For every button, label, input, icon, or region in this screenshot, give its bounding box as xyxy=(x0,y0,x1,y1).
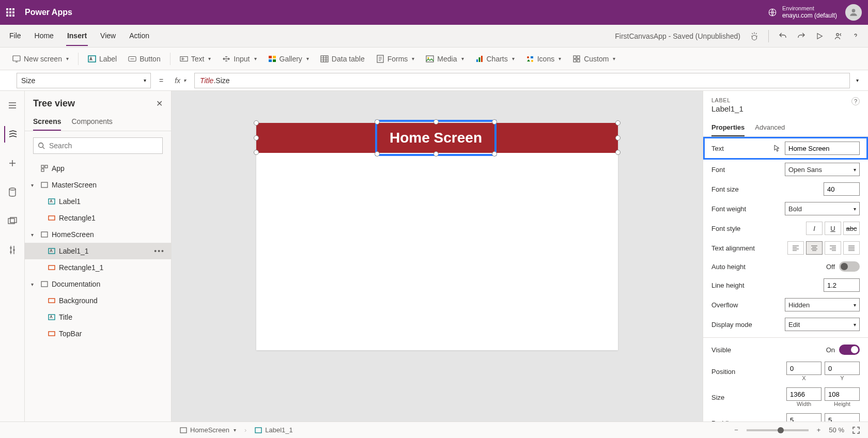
lineheight-input[interactable] xyxy=(824,278,860,292)
menu-file[interactable]: File xyxy=(8,26,22,46)
resize-handle[interactable] xyxy=(254,135,259,140)
property-selector[interactable]: Size ▾ xyxy=(17,73,151,88)
fontsize-input[interactable] xyxy=(824,182,860,196)
label-button[interactable]: Label xyxy=(84,52,121,66)
resize-handle[interactable] xyxy=(615,150,621,155)
tree-item-label1-1[interactable]: Label1_1 ••• xyxy=(25,243,171,259)
share-icon[interactable] xyxy=(833,32,842,41)
padding-top-input[interactable] xyxy=(786,413,822,421)
tree-item-masterscreen[interactable]: ▾ MasterScreen xyxy=(25,177,171,193)
tree-item-label1[interactable]: Label1 xyxy=(25,193,171,210)
tab-components[interactable]: Components xyxy=(71,113,112,131)
app-checker-icon[interactable] xyxy=(750,32,759,41)
insert-icon[interactable] xyxy=(4,155,21,171)
hamburger-icon[interactable] xyxy=(4,97,21,114)
menu-home[interactable]: Home xyxy=(34,26,55,46)
tab-properties[interactable]: Properties xyxy=(711,119,745,136)
autoheight-toggle[interactable] xyxy=(839,261,860,272)
canvas-area[interactable]: Home Screen xyxy=(172,91,703,421)
tree-view-icon[interactable] xyxy=(4,126,21,143)
breadcrumb-screen[interactable]: HomeScreen ▾ xyxy=(180,426,236,434)
fontweight-select[interactable]: Bold▾ xyxy=(785,202,860,215)
charts-button[interactable]: Charts▾ xyxy=(471,52,519,66)
tree-item-homescreen[interactable]: ▾ HomeScreen xyxy=(25,226,171,243)
resize-handle[interactable] xyxy=(375,119,380,124)
overflow-select[interactable]: Hidden▾ xyxy=(785,298,860,311)
fullscreen-icon[interactable] xyxy=(853,427,860,434)
canvas-screen[interactable]: Home Screen xyxy=(256,123,618,350)
font-select[interactable]: Open Sans▾ xyxy=(785,163,860,176)
zoom-in-button[interactable]: + xyxy=(817,426,821,434)
input-button[interactable]: Input▾ xyxy=(218,52,260,66)
chevron-down-icon[interactable]: ▾ xyxy=(31,281,37,287)
icons-button[interactable]: Icons▾ xyxy=(522,52,565,66)
padding-bottom-input[interactable] xyxy=(825,413,860,421)
underline-button[interactable]: U xyxy=(825,222,841,235)
strikethrough-button[interactable]: abc xyxy=(843,222,860,235)
canvas-selected-label[interactable]: Home Screen xyxy=(375,120,497,156)
breadcrumb-selected[interactable]: Label1_1 xyxy=(255,426,293,434)
chevron-down-icon[interactable]: ▾ xyxy=(31,232,37,238)
tree-item-rectangle1[interactable]: Rectangle1 xyxy=(25,210,171,226)
tree-item-documentation[interactable]: ▾ Documentation xyxy=(25,276,171,292)
tree-search[interactable] xyxy=(33,137,163,154)
width-input[interactable] xyxy=(786,387,822,401)
formula-expand-icon[interactable]: ▾ xyxy=(856,77,859,83)
menu-action[interactable]: Action xyxy=(128,26,150,46)
redo-icon[interactable] xyxy=(797,32,806,41)
resize-handle[interactable] xyxy=(433,151,439,157)
waffle-icon[interactable] xyxy=(6,8,14,17)
media-button[interactable]: Media▾ xyxy=(422,52,468,66)
align-center-button[interactable] xyxy=(806,241,823,255)
italic-button[interactable]: I xyxy=(806,222,823,235)
resize-handle[interactable] xyxy=(433,119,439,124)
resize-handle[interactable] xyxy=(254,150,259,155)
visible-toggle[interactable] xyxy=(839,345,860,355)
pos-x-input[interactable] xyxy=(786,362,822,375)
close-icon[interactable]: ✕ xyxy=(156,99,163,108)
resize-handle[interactable] xyxy=(615,120,621,126)
custom-button[interactable]: Custom▾ xyxy=(568,52,619,66)
zoom-out-button[interactable]: − xyxy=(734,426,738,434)
menu-insert[interactable]: Insert xyxy=(66,26,88,46)
forms-button[interactable]: Forms▾ xyxy=(372,52,419,66)
tree-item-background[interactable]: Background xyxy=(25,292,171,309)
align-justify-button[interactable] xyxy=(843,241,860,255)
height-input[interactable] xyxy=(825,387,860,401)
resize-handle[interactable] xyxy=(492,119,497,124)
displaymode-select[interactable]: Edit▾ xyxy=(785,318,860,331)
new-screen-button[interactable]: New screen▾ xyxy=(8,52,73,66)
tab-screens[interactable]: Screens xyxy=(33,113,61,131)
data-table-button[interactable]: Data table xyxy=(316,52,369,66)
search-input[interactable] xyxy=(49,142,158,150)
tree-item-title[interactable]: Title xyxy=(25,309,171,325)
resize-handle[interactable] xyxy=(492,151,497,157)
help-icon[interactable] xyxy=(851,32,860,40)
media-rail-icon[interactable] xyxy=(4,213,21,229)
align-left-button[interactable] xyxy=(787,241,804,255)
tab-advanced[interactable]: Advanced xyxy=(755,119,785,136)
data-icon[interactable] xyxy=(4,184,21,200)
help-icon[interactable]: ? xyxy=(851,97,860,105)
resize-handle[interactable] xyxy=(375,151,380,157)
fx-label[interactable]: fx▾ xyxy=(172,76,189,85)
text-input[interactable] xyxy=(785,142,860,155)
button-button[interactable]: Button xyxy=(124,52,164,66)
align-right-button[interactable] xyxy=(825,241,841,255)
undo-icon[interactable] xyxy=(778,32,787,41)
tree-item-app[interactable]: App xyxy=(25,160,171,177)
zoom-slider[interactable] xyxy=(747,429,809,431)
tree-item-rectangle1-1[interactable]: Rectangle1_1 xyxy=(25,259,171,276)
text-button[interactable]: Text▾ xyxy=(176,52,215,66)
resize-handle[interactable] xyxy=(615,135,621,140)
more-icon[interactable]: ••• xyxy=(154,247,165,255)
play-icon[interactable] xyxy=(815,32,824,40)
tree-item-topbar[interactable]: TopBar xyxy=(25,325,171,342)
formula-input[interactable]: Title.Size xyxy=(194,73,850,88)
menu-view[interactable]: View xyxy=(99,26,117,46)
environment-picker[interactable]: Environment enayu.com (default) xyxy=(768,5,837,20)
gallery-button[interactable]: Gallery▾ xyxy=(264,52,313,66)
user-avatar[interactable] xyxy=(845,4,862,21)
resize-handle[interactable] xyxy=(254,120,259,126)
pos-y-input[interactable] xyxy=(825,362,860,375)
